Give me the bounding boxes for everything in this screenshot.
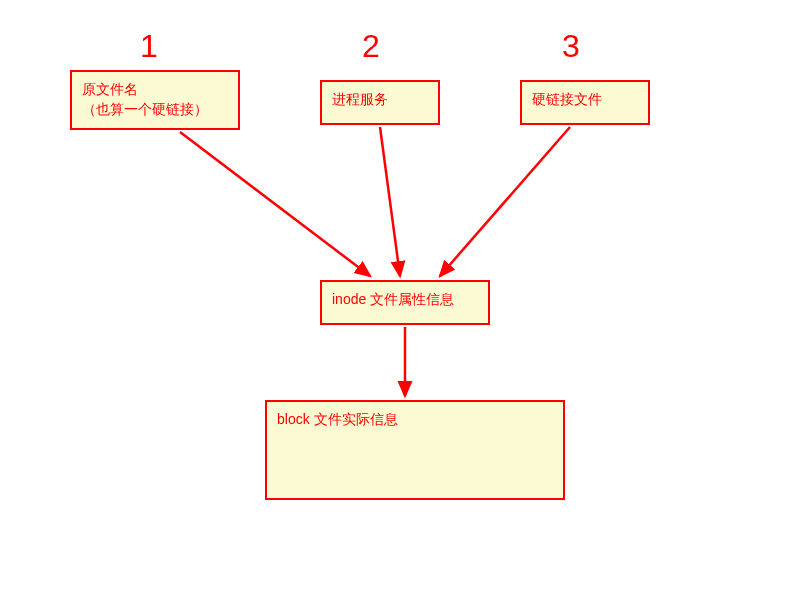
arrow-process-to-inode <box>380 127 400 276</box>
box-process-service: 进程服务 <box>320 80 440 125</box>
label-3: 3 <box>562 30 580 62</box>
label-2: 2 <box>362 30 380 62</box>
box-hardlink-text: 硬链接文件 <box>532 91 602 107</box>
box-inode: inode 文件属性信息 <box>320 280 490 325</box>
box-block: block 文件实际信息 <box>265 400 565 500</box>
box-process-text: 进程服务 <box>332 91 388 107</box>
arrow-original-to-inode <box>180 132 370 276</box>
box-original-filename: 原文件名 （也算一个硬链接） <box>70 70 240 130</box>
box-inode-text: inode 文件属性信息 <box>332 291 454 307</box>
box-hardlink-file: 硬链接文件 <box>520 80 650 125</box>
label-1: 1 <box>140 30 158 62</box>
box-original-line1: 原文件名 <box>82 80 228 100</box>
arrow-hardlink-to-inode <box>440 127 570 276</box>
box-original-line2: （也算一个硬链接） <box>82 100 228 120</box>
box-block-text: block 文件实际信息 <box>277 411 398 427</box>
